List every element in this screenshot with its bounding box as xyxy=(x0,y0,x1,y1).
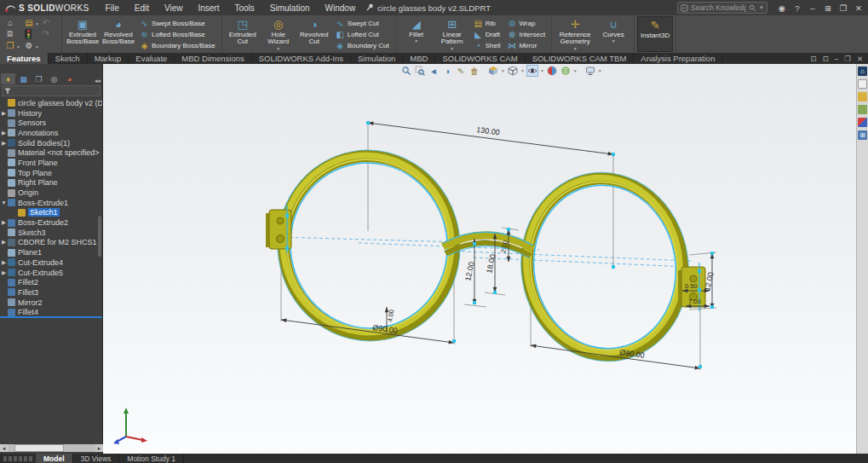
tab-mbd[interactable]: MBD xyxy=(403,53,435,64)
tree-item-mirror2[interactable]: Mirror2 xyxy=(0,298,102,308)
draft-button[interactable]: ◣Draft xyxy=(472,29,503,39)
revolved-boss-base-button[interactable]: ◕ Revolved Boss/Base xyxy=(101,16,136,52)
rebuild-traffic-light-icon[interactable] xyxy=(25,29,32,39)
open-document-icon[interactable]: ❐ xyxy=(5,41,15,51)
tab-evaluate[interactable]: Evaluate xyxy=(129,53,175,64)
tab-solidworks-cam-tbm[interactable]: SOLIDWORKS CAM TBM xyxy=(526,53,635,64)
apply-scene-globe-icon[interactable] xyxy=(560,65,572,77)
view-settings-caret-icon[interactable]: ▼ xyxy=(598,68,602,73)
boundary-boss-base-button[interactable]: ◈Boundary Boss/Base xyxy=(138,40,217,50)
user-account-icon[interactable]: ◉ xyxy=(774,3,790,13)
pin-menu-icon[interactable] xyxy=(366,3,374,13)
search-box[interactable]: Search Knowledge Base ▼ xyxy=(677,2,767,14)
tree-item-sketch1[interactable]: Sketch1 xyxy=(0,208,102,218)
graphics-viewport[interactable]: ◄ ◑ ✎ 🗑 ▼ ▼ ▼ ▼ ▼ xyxy=(103,64,856,454)
intersect-button[interactable]: ⊗Intersect xyxy=(505,29,547,39)
tree-item-cut-extrude5[interactable]: ▶Cut-Extrude5 xyxy=(0,268,102,278)
instant3d-button[interactable]: ✎ Instant3D xyxy=(637,16,673,52)
apply-scene-caret-icon[interactable]: ▼ xyxy=(573,68,578,73)
tree-item-cut-extrude4[interactable]: ▶Cut-Extrude4 xyxy=(0,258,102,268)
window-layout-button[interactable]: ⊞ xyxy=(820,3,836,13)
fillet-button[interactable]: ◢ Fillet ▼ xyxy=(399,16,434,52)
tab-model[interactable]: Model xyxy=(36,454,73,463)
right-lens-rim[interactable] xyxy=(508,160,702,373)
tab-solidworks-addins[interactable]: SOLIDWORKS Add-Ins xyxy=(252,53,351,64)
redo-icon[interactable]: ↷ xyxy=(41,29,51,39)
reference-geometry-button[interactable]: ✛ Reference Geometry ▼ xyxy=(555,16,595,52)
tree-item-solid-bodies[interactable]: ▶Solid Bodies(1) xyxy=(0,138,102,148)
model-canvas[interactable]: 130.00 Ø90.00 Ø90.00 4.00 12.00 18.00 2.… xyxy=(103,64,856,454)
tree-item-boss-extrude2[interactable]: ▶Boss-Extrude2 xyxy=(0,217,102,228)
displaymanager-tab[interactable]: ◕ xyxy=(62,73,77,84)
tree-item-cbore[interactable]: ▶CBORE for M2 SHCS1 xyxy=(0,238,102,248)
reference-geometry-caret-icon[interactable]: ▼ xyxy=(573,47,578,51)
tab-solidworks-cam[interactable]: SOLIDWORKS CAM xyxy=(435,53,525,64)
tree-item-annotations[interactable]: ▶Annotations xyxy=(0,128,102,138)
zoom-to-fit-icon[interactable] xyxy=(400,65,412,77)
doc-pane-icon[interactable]: ⊡ xyxy=(810,55,816,63)
tree-horizontal-scrollbar[interactable]: ◂ ▸ xyxy=(0,444,103,452)
save-icon[interactable]: ▤ xyxy=(24,18,34,28)
scroll-right-arrow-icon[interactable]: ▸ xyxy=(95,444,103,452)
dimension-rim-depth[interactable]: 4.00 xyxy=(386,309,395,322)
tab-markup[interactable]: Markup xyxy=(88,53,129,64)
tree-filter-row[interactable] xyxy=(2,85,101,96)
lofted-boss-base-button[interactable]: ≋Lofted Boss/Base xyxy=(138,29,217,39)
restore-button[interactable]: ❐ xyxy=(836,3,851,13)
save-caret-icon[interactable]: ▼ xyxy=(35,21,39,26)
expand-arrow-icon[interactable]: ▶ xyxy=(0,259,8,266)
tab-motion-study-1[interactable]: Motion Study 1 xyxy=(119,454,184,463)
menu-window[interactable]: Window xyxy=(318,0,364,15)
revolved-cut-button[interactable]: ◑ Revolved Cut xyxy=(296,16,332,52)
tree-item-part[interactable]: circle glasses body v2 (Default) <· xyxy=(0,98,102,108)
dimension-hinge-width[interactable]: 7.00 xyxy=(688,298,701,305)
search-icon[interactable] xyxy=(749,4,756,12)
scrollbar-thumb[interactable] xyxy=(14,444,64,452)
help-icon[interactable]: ? xyxy=(790,3,805,13)
rollback-bar[interactable] xyxy=(0,316,102,318)
previous-view-icon[interactable]: ◄ xyxy=(428,65,440,77)
swept-boss-base-button[interactable]: ∿Swept Boss/Base xyxy=(138,18,217,28)
mirror-button[interactable]: ⋈Mirror xyxy=(505,40,547,50)
doc-pane2-icon[interactable]: ⊡ xyxy=(822,55,828,63)
dimension-bridge-span[interactable]: 18.00 xyxy=(485,253,497,274)
scroll-left-arrow-icon[interactable]: ◂ xyxy=(0,444,8,452)
options-gear-icon[interactable]: ⚙ xyxy=(24,41,34,51)
expand-arrow-icon[interactable]: ▶ xyxy=(0,239,8,246)
tree-item-right-plane[interactable]: Right Plane xyxy=(0,178,102,188)
tree-item-top-plane[interactable]: Top Plane xyxy=(0,168,102,178)
panel-tab-arrows[interactable]: ◂▸ xyxy=(95,78,101,84)
configurationmanager-tab[interactable]: ❐ xyxy=(32,73,46,84)
curves-caret-icon[interactable]: ▼ xyxy=(612,39,616,43)
tab-sketch[interactable]: Sketch xyxy=(49,53,88,64)
dimension-frame-width[interactable]: 130.00 xyxy=(476,125,501,136)
tab-features[interactable]: Features xyxy=(0,53,49,64)
swept-cut-button[interactable]: ∿Swept Cut xyxy=(334,18,391,28)
left-hinge-block[interactable] xyxy=(266,205,291,253)
fillet-caret-icon[interactable]: ▼ xyxy=(414,39,418,43)
options-caret-icon[interactable]: ▼ xyxy=(35,44,39,49)
view-settings-monitor-icon[interactable] xyxy=(584,65,596,77)
propertymanager-tab[interactable]: ▦ xyxy=(16,73,31,84)
display-style-icon[interactable] xyxy=(507,65,519,77)
edit-appearance-icon[interactable] xyxy=(546,65,558,77)
linear-pattern-caret-icon[interactable]: ▼ xyxy=(450,47,454,51)
wrap-button[interactable]: ⊜Wrap xyxy=(505,18,547,28)
lofted-cut-button[interactable]: ◧Lofted Cut xyxy=(334,29,391,39)
hide-show-caret-icon[interactable]: ▼ xyxy=(540,68,544,73)
menu-insert[interactable]: Insert xyxy=(190,0,227,15)
dimension-bridge-gap[interactable]: 2.00 xyxy=(499,240,509,253)
tab-analysis-preparation[interactable]: Analysis Preparation xyxy=(634,53,722,64)
menu-edit[interactable]: Edit xyxy=(127,0,157,15)
tab-mbd-dimensions[interactable]: MBD Dimensions xyxy=(175,53,251,64)
open-caret-icon[interactable]: ▼ xyxy=(16,44,20,49)
search-input[interactable]: Search Knowledge Base xyxy=(691,3,746,12)
hole-wizard-caret-icon[interactable]: ▼ xyxy=(276,47,280,51)
featuremanager-tab[interactable]: ♦ xyxy=(1,73,15,84)
tree-vertical-scrollbar[interactable] xyxy=(98,216,101,257)
view-orientation-cube-icon[interactable] xyxy=(487,65,499,77)
dimension-bridge-height[interactable]: 12.00 xyxy=(463,261,475,281)
extruded-boss-base-button[interactable]: ▣ Extruded Boss/Base xyxy=(65,16,101,52)
tree-item-sensors[interactable]: Sensors xyxy=(0,118,102,128)
expand-arrow-icon[interactable]: ▶ xyxy=(0,219,8,226)
